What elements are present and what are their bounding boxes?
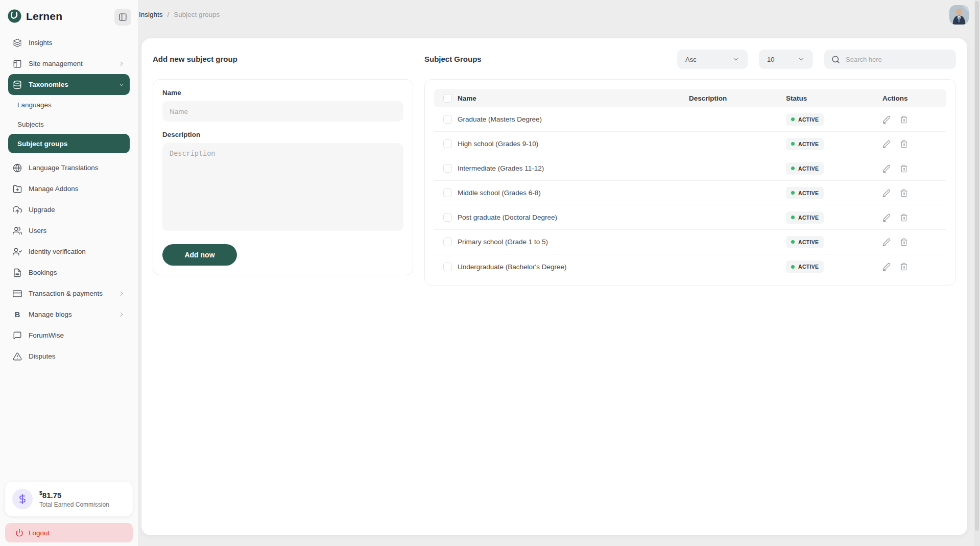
row-actions: [882, 140, 937, 148]
row-checkbox[interactable]: [443, 238, 452, 246]
chevron-right-icon: [118, 311, 125, 318]
edit-row-button[interactable]: [882, 164, 891, 173]
edit-row-button[interactable]: [882, 189, 891, 197]
sidebar-item-disputes[interactable]: Disputes: [8, 346, 130, 367]
edit-row-button[interactable]: [882, 238, 891, 246]
delete-row-button[interactable]: [900, 164, 908, 173]
edit-row-button[interactable]: [882, 263, 891, 271]
page-scrollbar-track: [974, 0, 980, 546]
sidebar-item-manage-blogs[interactable]: BManage blogs: [8, 304, 130, 325]
edit-row-button[interactable]: [882, 140, 891, 148]
sidebar-item-site-management[interactable]: Site management: [8, 53, 130, 74]
row-actions: [882, 263, 937, 271]
power-icon: [15, 529, 23, 537]
row-status-cell: ACTIVE: [786, 138, 882, 150]
breadcrumb-parent[interactable]: Insights: [139, 11, 163, 18]
table-row: Primary school (Grade 1 to 5)ACTIVE: [434, 230, 946, 254]
main-content-card: Add new subject group Name Description A…: [141, 38, 967, 535]
row-checkbox[interactable]: [443, 139, 452, 148]
edit-row-button[interactable]: [882, 115, 891, 124]
row-checkbox[interactable]: [443, 164, 452, 173]
edit-row-button[interactable]: [882, 213, 891, 222]
table-panel-title: Subject Groups: [424, 50, 482, 69]
status-text: ACTIVE: [798, 141, 819, 147]
delete-row-button[interactable]: [900, 238, 908, 246]
message-square-icon: [13, 331, 22, 340]
delete-row-button[interactable]: [900, 140, 908, 148]
delete-row-button[interactable]: [900, 115, 908, 124]
row-name: Intermediate (Grades 11-12): [458, 164, 689, 172]
sidebar-subitem-subjects[interactable]: Subjects: [8, 114, 130, 134]
breadcrumb: Insights / Subject groups: [139, 0, 220, 29]
subject-groups-panel: Subject Groups Asc 10: [424, 50, 956, 286]
delete-row-button[interactable]: [900, 213, 908, 222]
sidebar-subitem-languages[interactable]: Languages: [8, 95, 130, 114]
row-checkbox[interactable]: [443, 263, 452, 271]
sidebar-item-label: Disputes: [29, 352, 56, 360]
page-size-select[interactable]: 10: [759, 50, 813, 69]
search-icon: [831, 55, 840, 64]
status-badge: ACTIVE: [786, 211, 824, 224]
sidebar-item-label: Manage Addons: [29, 185, 79, 193]
sidebar-item-identity-verification[interactable]: Identity verification: [8, 241, 130, 262]
description-label: Description: [162, 131, 403, 138]
table-row: High school (Grades 9-10)ACTIVE: [434, 132, 946, 156]
chevron-right-icon: [118, 60, 125, 67]
table-row: Undergraduate (Bachelor's Degree)ACTIVE: [434, 254, 946, 279]
table-row: Post graduate (Doctoral Degree)ACTIVE: [434, 205, 946, 230]
sidebar-item-forumwise[interactable]: ForumWise: [8, 325, 130, 346]
status-badge: ACTIVE: [786, 138, 824, 150]
status-text: ACTIVE: [798, 264, 819, 270]
sidebar-subitem-subject-groups[interactable]: Subject groups: [8, 134, 130, 153]
credit-card-icon: [13, 289, 22, 298]
sidebar-item-label: Bookings: [29, 269, 57, 276]
logout-button[interactable]: Logout: [5, 523, 133, 542]
description-input[interactable]: [162, 143, 403, 231]
sidebar-toggle-button[interactable]: [114, 9, 131, 26]
sidebar-item-language-translations[interactable]: Language Translations: [8, 157, 130, 178]
sidebar-item-manage-addons[interactable]: Manage Addons: [8, 178, 130, 199]
row-name: Middle school (Grades 6-8): [458, 189, 689, 197]
sidebar-item-bookings[interactable]: Bookings: [8, 262, 130, 283]
subject-groups-header: Subject Groups Asc 10: [424, 50, 956, 69]
sidebar-item-insights[interactable]: Insights: [8, 32, 130, 53]
row-name: High school (Grades 9-10): [458, 140, 689, 148]
row-status-cell: ACTIVE: [786, 211, 882, 224]
sidebar-item-taxonomies[interactable]: Taxonomies: [8, 74, 130, 95]
table-row: Intermediate (Grades 11-12)ACTIVE: [434, 156, 946, 181]
status-dot: [791, 142, 795, 146]
add-now-button[interactable]: Add now: [162, 244, 237, 266]
sidebar-item-label: Language Translations: [29, 164, 99, 172]
status-text: ACTIVE: [798, 215, 819, 221]
search-input[interactable]: [846, 56, 949, 63]
row-checkbox[interactable]: [443, 188, 452, 197]
add-subject-group-form: Name Description Add now: [153, 79, 413, 275]
sidebar-subitem-label: Subjects: [17, 121, 44, 128]
breadcrumb-separator: /: [168, 11, 170, 18]
table-row: Middle school (Grades 6-8)ACTIVE: [434, 181, 946, 205]
page-scrollbar-thumb[interactable]: [975, 1, 979, 531]
sort-order-select[interactable]: Asc: [677, 50, 748, 69]
delete-row-button[interactable]: [900, 263, 908, 271]
row-name: Post graduate (Doctoral Degree): [458, 213, 689, 221]
status-dot: [791, 191, 795, 195]
sidebar-item-transaction-payments[interactable]: Transaction & payments: [8, 283, 130, 304]
row-actions: [882, 164, 937, 173]
status-text: ACTIVE: [798, 116, 819, 123]
sidebar-item-users[interactable]: Users: [8, 220, 130, 241]
user-avatar[interactable]: [949, 5, 969, 25]
sidebar-item-label: Transaction & payments: [29, 290, 103, 297]
sidebar-subitem-label: Languages: [17, 101, 52, 109]
database-icon: [13, 80, 22, 89]
topbar: Insights / Subject groups: [0, 0, 980, 29]
row-checkbox[interactable]: [443, 213, 452, 222]
status-badge: ACTIVE: [786, 236, 824, 248]
select-all-checkbox[interactable]: [443, 94, 452, 103]
sidebar-item-label: ForumWise: [29, 331, 64, 339]
name-input[interactable]: [162, 101, 403, 122]
row-checkbox[interactable]: [443, 115, 452, 124]
delete-row-button[interactable]: [900, 189, 908, 197]
sidebar-item-upgrade[interactable]: Upgrade: [8, 199, 130, 220]
commission-amount: $81.75: [39, 490, 109, 500]
chevron-down-icon: [798, 56, 805, 63]
